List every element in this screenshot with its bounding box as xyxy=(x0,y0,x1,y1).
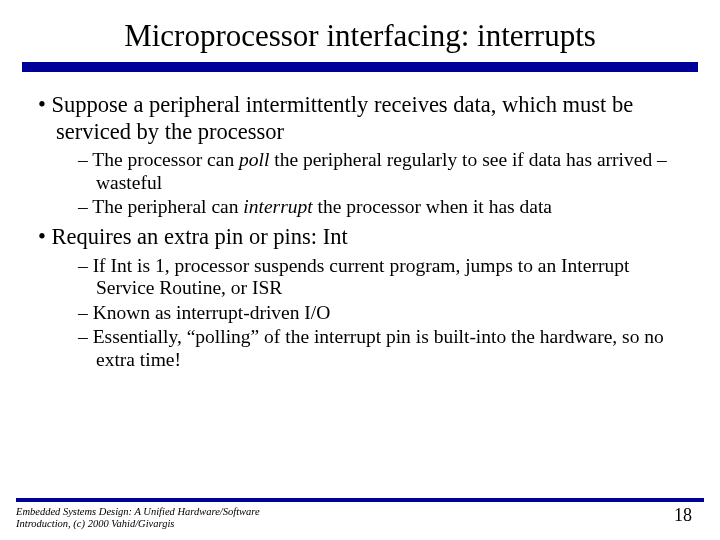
slide-body: Suppose a peripheral intermittently rece… xyxy=(0,72,720,371)
emphasis-interrupt: interrupt xyxy=(243,196,312,217)
bullet-2-sub-1: If Int is 1, processor suspends current … xyxy=(30,255,690,300)
slide-title: Microprocessor interfacing: interrupts xyxy=(0,0,720,62)
bullet-2-sub-3: Essentially, “polling” of the interrupt … xyxy=(30,326,690,371)
bullet-1-sub-1: The processor can poll the peripheral re… xyxy=(30,149,690,194)
bullet-2: Requires an extra pin or pins: Int xyxy=(30,224,690,251)
bullet-2-sub-2: Known as interrupt-driven I/O xyxy=(30,302,690,324)
slide: Microprocessor interfacing: interrupts S… xyxy=(0,0,720,540)
footer-source: Embedded Systems Design: A Unified Hardw… xyxy=(16,506,276,530)
page-number: 18 xyxy=(674,505,692,526)
footer: Embedded Systems Design: A Unified Hardw… xyxy=(16,498,704,530)
title-rule xyxy=(22,62,698,72)
text: The processor can xyxy=(92,149,239,170)
bullet-1: Suppose a peripheral intermittently rece… xyxy=(30,92,690,145)
bullet-1-sub-2: The peripheral can interrupt the process… xyxy=(30,196,690,218)
footer-rule xyxy=(16,498,704,502)
emphasis-poll: poll xyxy=(239,149,269,170)
text: the processor when it has data xyxy=(313,196,552,217)
text: The peripheral can xyxy=(92,196,243,217)
